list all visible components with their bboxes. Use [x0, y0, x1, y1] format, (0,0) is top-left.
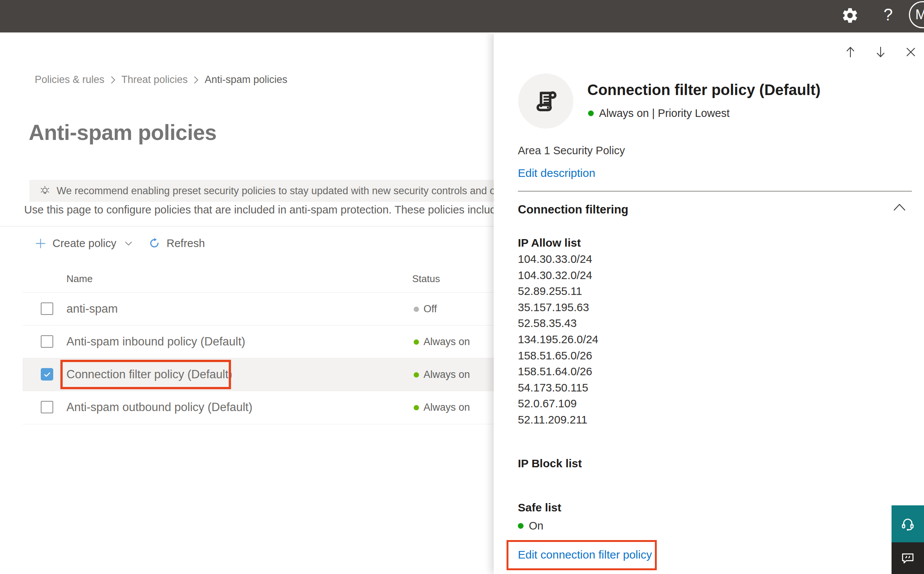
row-checkbox-checked[interactable] [41, 368, 53, 380]
create-policy-label: Create policy [52, 237, 116, 250]
status-dot-icon [518, 523, 524, 529]
next-item-arrow-down-icon[interactable] [874, 46, 887, 58]
topbar-divider [0, 32, 924, 34]
safe-list-title: Safe list [518, 501, 561, 514]
checkmark-icon [43, 370, 52, 379]
table-header: Name Status [23, 268, 494, 292]
policy-name-link[interactable]: Anti-spam inbound policy (Default) [66, 335, 245, 348]
panel-divider [518, 191, 912, 192]
breadcrumb-separator-icon [111, 76, 115, 84]
support-button[interactable] [892, 505, 924, 542]
ip-address: 158.51.64.0/26 [518, 364, 598, 380]
policy-details-panel: Connection filter policy (Default) Alway… [494, 32, 924, 574]
ip-address: 104.30.33.0/24 [518, 251, 598, 267]
app-window: ? M Policies & rules Threat policies Ant… [0, 0, 924, 574]
ip-address: 52.89.255.11 [518, 283, 598, 300]
create-policy-button[interactable]: Create policy [35, 237, 133, 250]
recommendation-banner: We recommend enabling preset security po… [29, 180, 494, 202]
topbar [0, 0, 924, 32]
edit-connection-filter-policy-link[interactable]: Edit connection filter policy [518, 548, 652, 561]
refresh-label: Refresh [166, 237, 205, 250]
breadcrumb: Policies & rules Threat policies Anti-sp… [35, 74, 287, 86]
status-text: Always on [424, 336, 470, 348]
highlight-box-selected-policy [60, 360, 231, 389]
close-icon[interactable] [904, 46, 917, 58]
chevron-up-icon[interactable] [893, 203, 906, 211]
table-row: anti-spam Off [23, 292, 494, 325]
ip-allow-list-title: IP Allow list [518, 237, 581, 249]
page-title: Anti-spam policies [29, 120, 217, 145]
panel-status-line: Always on | Priority Lowest [588, 107, 729, 120]
policy-name-link[interactable]: Anti-spam outbound policy (Default) [66, 401, 253, 414]
policy-name-link[interactable]: anti-spam [66, 302, 118, 316]
ip-block-list-title: IP Block list [518, 457, 582, 470]
column-header-status[interactable]: Status [412, 273, 440, 285]
policy-description: Area 1 Security Policy [518, 144, 625, 157]
ip-address: 52.0.67.109 [518, 396, 598, 412]
status-dot-icon [414, 405, 419, 410]
status-text: Off [424, 303, 437, 315]
row-checkbox[interactable] [41, 303, 53, 315]
policy-icon-badge [518, 74, 573, 129]
headset-icon [899, 515, 916, 533]
feedback-speech-bubble-icon [900, 550, 916, 566]
panel-title: Connection filter policy (Default) [587, 82, 821, 98]
refresh-button[interactable]: Refresh [148, 237, 205, 250]
ip-address: 134.195.26.0/24 [518, 331, 598, 348]
status-text: Always on [424, 402, 470, 413]
breadcrumb-link-threat-policies[interactable]: Threat policies [122, 74, 188, 86]
row-checkbox[interactable] [41, 335, 53, 348]
status-text: Always on [424, 369, 470, 380]
chevron-down-icon [125, 241, 133, 246]
section-title-connection-filtering: Connection filtering [518, 203, 628, 216]
safe-list-status-text: On [529, 520, 544, 532]
lightbulb-icon [38, 184, 51, 197]
page-description: Use this page to configure policies that… [24, 203, 494, 216]
status-dot-icon [588, 110, 594, 116]
column-header-name[interactable]: Name [66, 273, 92, 285]
ip-address: 52.58.35.43 [518, 315, 598, 331]
command-bar: Create policy Refresh [35, 235, 205, 252]
divider [0, 226, 494, 227]
breadcrumb-separator-icon [194, 76, 199, 84]
panel-status-text: Always on | Priority Lowest [599, 107, 729, 120]
help-button[interactable]: ? [880, 5, 897, 27]
ip-allow-list: 104.30.33.0/24 104.30.32.0/24 52.89.255.… [518, 251, 598, 428]
settings-gear-icon[interactable] [841, 6, 859, 25]
banner-text: We recommend enabling preset security po… [57, 185, 494, 197]
status-dot-icon [414, 372, 419, 377]
status-dot-icon [414, 339, 419, 345]
previous-item-arrow-up-icon[interactable] [844, 46, 857, 58]
ip-address: 52.11.209.211 [518, 412, 598, 428]
refresh-icon [148, 237, 160, 249]
breadcrumb-current: Anti-spam policies [204, 74, 287, 86]
ip-address: 35.157.195.63 [518, 300, 598, 316]
ip-address: 104.30.32.0/24 [518, 267, 598, 284]
status-dot-icon [414, 307, 419, 312]
policy-scroll-icon [532, 87, 560, 115]
row-checkbox[interactable] [41, 401, 53, 413]
table-row: Anti-spam inbound policy (Default) Alway… [23, 325, 494, 358]
breadcrumb-link-policies-rules[interactable]: Policies & rules [35, 74, 104, 86]
ip-address: 54.173.50.115 [518, 380, 598, 396]
feedback-button[interactable] [892, 542, 924, 574]
ip-address: 158.51.65.0/26 [518, 348, 598, 364]
safe-list-status: On [518, 520, 544, 532]
main-content: Policies & rules Threat policies Anti-sp… [0, 34, 494, 574]
plus-icon [35, 238, 46, 249]
table-row: Anti-spam outbound policy (Default) Alwa… [23, 391, 494, 424]
edit-description-link[interactable]: Edit description [518, 167, 595, 180]
